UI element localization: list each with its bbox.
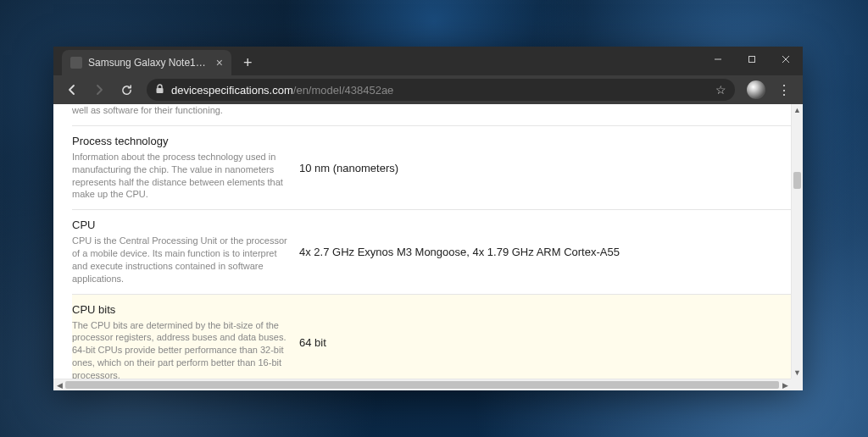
close-window-button[interactable] [769, 47, 803, 72]
horizontal-scrollbar[interactable]: ◀ ▶ [53, 379, 791, 390]
scroll-down-button[interactable]: ▼ [792, 367, 803, 379]
content-area: well as software for their functioning. … [53, 104, 803, 390]
vertical-scrollbar[interactable]: ▲ ▼ [791, 104, 803, 379]
url-host: devicespecifications.com [171, 84, 293, 97]
bookmark-button[interactable]: ☆ [715, 83, 726, 97]
spec-value [299, 104, 791, 117]
toolbar: devicespecifications.com/en/model/438452… [53, 75, 803, 104]
url-path: /en/model/438452ae [293, 84, 394, 97]
spec-title: CPU bits [72, 303, 289, 316]
address-bar[interactable]: devicespecifications.com/en/model/438452… [147, 79, 735, 101]
scroll-right-button[interactable]: ▶ [779, 379, 791, 390]
scroll-left-button[interactable]: ◀ [53, 379, 65, 390]
titlebar: Samsung Galaxy Note10 Lite - Sp × + [53, 47, 803, 75]
back-button[interactable] [60, 78, 84, 102]
spec-title: CPU [72, 218, 289, 231]
tab-title: Samsung Galaxy Note10 Lite - Sp [88, 57, 209, 69]
close-tab-button[interactable]: × [216, 57, 223, 69]
spec-row: CPU CPU is the Central Processing Unit o… [72, 210, 791, 294]
maximize-button[interactable] [735, 47, 769, 72]
svg-rect-4 [157, 88, 164, 93]
window-controls [701, 47, 803, 72]
profile-avatar[interactable] [747, 80, 765, 99]
spec-desc: The CPU bits are determined by the bit-s… [72, 319, 289, 379]
tab-favicon-icon [70, 57, 82, 69]
spec-row: Process technology Information about the… [72, 126, 791, 210]
spec-row-partial: well as software for their functioning. [72, 104, 791, 126]
spec-desc: CPU is the Central Processing Unit or th… [72, 235, 289, 285]
spec-value: 10 nm (nanometers) [299, 135, 791, 201]
menu-button[interactable]: ⋮ [772, 82, 796, 98]
minimize-button[interactable] [701, 47, 735, 72]
browser-window: Samsung Galaxy Note10 Lite - Sp × + [53, 47, 803, 390]
spec-value: 64 bit [299, 303, 791, 379]
forward-button[interactable] [87, 78, 111, 102]
scroll-corner [791, 379, 803, 390]
spec-desc: Information about the process technology… [72, 151, 289, 201]
lock-icon [155, 84, 164, 96]
scroll-up-button[interactable]: ▲ [792, 104, 803, 116]
page-content[interactable]: well as software for their functioning. … [53, 104, 791, 379]
new-tab-button[interactable]: + [243, 55, 253, 70]
url-text: devicespecifications.com/en/model/438452… [171, 84, 393, 97]
spec-row-highlight: CPU bits The CPU bits are determined by … [72, 295, 791, 379]
spec-desc: well as software for their functioning. [72, 104, 289, 117]
vertical-scroll-thumb[interactable] [793, 172, 801, 189]
spec-title: Process technology [72, 135, 289, 147]
browser-tab[interactable]: Samsung Galaxy Note10 Lite - Sp × [62, 50, 231, 75]
svg-rect-1 [749, 57, 755, 63]
reload-button[interactable] [114, 78, 138, 102]
spec-value: 4x 2.7 GHz Exynos M3 Mongoose, 4x 1.79 G… [299, 218, 791, 285]
horizontal-scroll-thumb[interactable] [65, 381, 779, 389]
